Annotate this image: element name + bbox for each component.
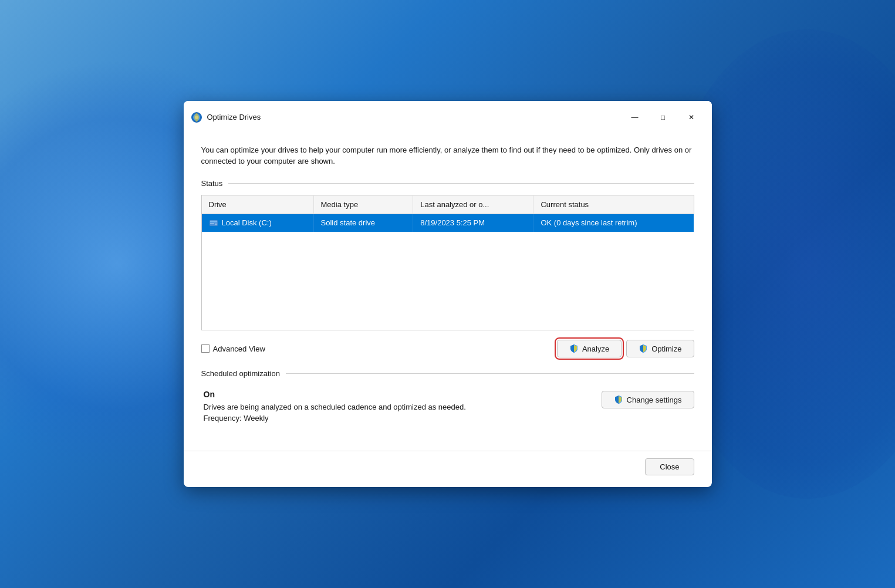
drive-name: Local Disk (C:)	[222, 218, 272, 227]
empty-row	[201, 260, 694, 274]
window-controls: — □ ✕	[622, 108, 705, 127]
drives-table: Drive Media type Last analyzed or o... C…	[201, 195, 694, 331]
dialog-title: Optimize Drives	[207, 113, 622, 121]
scheduled-info: On Drives are being analyzed on a schedu…	[204, 390, 602, 423]
advanced-view-checkbox[interactable]	[201, 344, 210, 353]
optimize-button[interactable]: Optimize	[626, 340, 694, 357]
app-icon	[191, 111, 202, 123]
last-analyzed-cell: 8/19/2023 5:25 PM	[413, 214, 533, 232]
scheduled-frequency: Frequency: Weekly	[204, 414, 602, 423]
table-header-row: Drive Media type Last analyzed or o... C…	[201, 195, 694, 214]
close-main-button[interactable]: Close	[645, 458, 694, 475]
maximize-button[interactable]: □	[650, 108, 677, 127]
scheduled-divider	[286, 373, 694, 374]
status-divider	[228, 183, 694, 184]
change-settings-button[interactable]: Change settings	[602, 391, 694, 408]
scheduled-header: Scheduled optimization	[201, 369, 694, 378]
minimize-button[interactable]: —	[622, 108, 649, 127]
optimize-label: Optimize	[651, 344, 681, 353]
advanced-view-text: Advanced View	[213, 344, 265, 353]
analyze-button[interactable]: Analyze	[557, 340, 622, 357]
scheduled-label: Scheduled optimization	[201, 369, 280, 378]
empty-row	[201, 316, 694, 330]
empty-row	[201, 274, 694, 288]
dialog-description: You can optimize your drives to help you…	[201, 144, 694, 167]
drive-icon	[209, 218, 218, 228]
advanced-view-label[interactable]: Advanced View	[201, 344, 557, 353]
drive-name-cell: Local Disk (C:)	[201, 214, 313, 232]
optimize-shield-icon	[639, 344, 648, 353]
dialog-content: You can optimize your drives to help you…	[184, 133, 712, 442]
close-button-title[interactable]: ✕	[678, 108, 705, 127]
controls-row: Advanced View Analyze	[201, 340, 694, 357]
empty-row	[201, 302, 694, 316]
scheduled-section: Scheduled optimization On Drives are bei…	[201, 369, 694, 427]
analyze-label: Analyze	[582, 344, 609, 353]
media-type-cell: Solid state drive	[313, 214, 413, 232]
current-status-cell: OK (0 days since last retrim)	[533, 214, 694, 232]
settings-shield-icon	[614, 395, 623, 404]
change-settings-label: Change settings	[627, 396, 682, 404]
svg-rect-6	[210, 223, 214, 224]
col-current-status: Current status	[533, 195, 694, 214]
table-row[interactable]: Local Disk (C:) Solid state drive 8/19/2…	[201, 214, 694, 232]
col-media-type: Media type	[313, 195, 413, 214]
change-settings-area: Change settings	[602, 390, 694, 408]
svg-rect-4	[210, 221, 217, 222]
empty-row	[201, 232, 694, 246]
scheduled-status: On	[204, 390, 602, 399]
scheduled-content: On Drives are being analyzed on a schedu…	[201, 385, 694, 427]
empty-row	[201, 246, 694, 260]
col-last-analyzed: Last analyzed or o...	[413, 195, 533, 214]
status-label: Status	[201, 179, 223, 188]
status-section-header: Status	[201, 179, 694, 188]
empty-row	[201, 288, 694, 302]
title-bar: Optimize Drives — □ ✕	[184, 101, 712, 133]
svg-point-5	[215, 223, 217, 225]
analyze-shield-icon	[569, 344, 579, 353]
dialog-footer: Close	[184, 451, 712, 487]
optimize-drives-dialog: Optimize Drives — □ ✕ You can optimize y…	[184, 101, 712, 488]
scheduled-description: Drives are being analyzed on a scheduled…	[204, 403, 602, 411]
col-drive: Drive	[201, 195, 313, 214]
action-buttons: Analyze Optimize	[557, 340, 694, 357]
